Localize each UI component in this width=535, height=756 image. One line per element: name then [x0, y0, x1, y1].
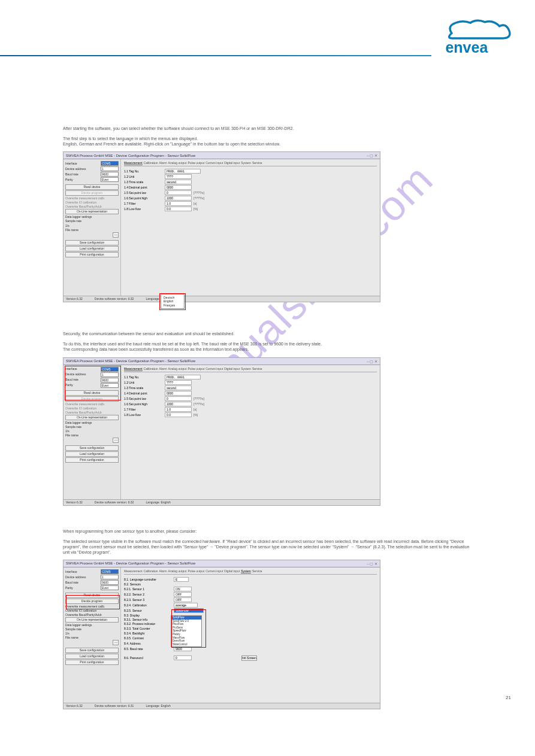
tab-analog-output[interactable]: Analog output	[168, 161, 187, 165]
chk-overwrite-baud[interactable]: Overwrite Baud/Parity/Addr.	[65, 411, 119, 414]
status-language[interactable]: Language:	[146, 297, 160, 301]
samplerate-select[interactable]: 1/s	[65, 429, 83, 433]
baudrate-select[interactable]: 9600	[101, 378, 119, 382]
setpointhigh-input[interactable]: 1000	[165, 196, 192, 201]
tab-alarm[interactable]: Alarm	[159, 569, 167, 573]
sensor3-select[interactable]: OFF	[174, 597, 192, 602]
parity-select[interactable]: Even	[101, 585, 119, 590]
tab-digital-input[interactable]: Digital input	[224, 161, 240, 165]
tab-service[interactable]: Service	[252, 161, 262, 165]
parity-select[interactable]: Even	[101, 177, 119, 182]
filename-browse-button[interactable]: ⋯	[113, 438, 119, 443]
status-language[interactable]: Language: English	[146, 500, 170, 505]
load-config-button[interactable]: Load configuration	[65, 654, 119, 659]
tab-measurement[interactable]: Measurement	[124, 569, 143, 573]
sensor1-select[interactable]: ON	[174, 587, 192, 591]
print-config-button[interactable]: Print configuration	[65, 660, 119, 665]
filename-browse-button[interactable]: ⋯	[113, 640, 119, 645]
setpointlow-input[interactable]: 0	[165, 190, 192, 195]
online-rep-button[interactable]: On-Line representation	[65, 415, 119, 420]
sys-baudrate-select[interactable]: 9600	[174, 646, 192, 651]
interface-select[interactable]: COM5	[101, 367, 119, 372]
device-address-select[interactable]: 1	[101, 372, 119, 377]
timescale-select[interactable]: second	[165, 180, 192, 184]
lang-fr[interactable]: Français	[164, 303, 182, 308]
tab-current-input[interactable]: Current input	[205, 367, 223, 371]
tab-pulse-output[interactable]: Pulse output	[188, 161, 204, 165]
print-config-button[interactable]: Print configuration	[65, 457, 119, 463]
setpointhigh-input[interactable]: 1000	[165, 402, 192, 406]
chk-overwrite-io[interactable]: Overwrite IO calibration	[65, 201, 119, 204]
save-config-button[interactable]: Save configuration	[65, 445, 119, 451]
parity-select[interactable]: Even	[101, 383, 119, 388]
tab-pulse-output[interactable]: Pulse output	[188, 569, 204, 573]
tab-service[interactable]: Service	[252, 367, 262, 371]
tab-measurement[interactable]: Measurement	[124, 161, 143, 165]
filter-input[interactable]: 1.0	[165, 201, 192, 206]
chk-overwrite-io[interactable]: Overwrite IO calibration	[65, 609, 119, 612]
load-config-button[interactable]: Load configuration	[65, 451, 119, 457]
device-program-button[interactable]: Device program	[65, 599, 119, 604]
tab-calibration[interactable]: Calibration	[144, 569, 158, 573]
samplerate-select[interactable]: 1/s	[65, 631, 83, 635]
window-buttons[interactable]: – ▢ ✕	[367, 153, 377, 157]
tab-analog-output[interactable]: Analog output	[168, 367, 187, 371]
unit-input[interactable]: ????	[165, 380, 192, 385]
tab-service[interactable]: Service	[252, 569, 262, 573]
decimalpoint-select[interactable]: 0000	[165, 185, 192, 190]
filename-input[interactable]	[65, 438, 111, 443]
read-device-button[interactable]: Read device	[65, 390, 119, 396]
baudrate-select[interactable]: 9600	[101, 580, 119, 585]
tab-calibration[interactable]: Calibration	[144, 161, 158, 165]
save-config-button[interactable]: Save configuration	[65, 648, 119, 653]
tab-current-input[interactable]: Current input	[205, 161, 223, 165]
init-screen-button[interactable]: Init Screen	[241, 655, 257, 661]
tab-system[interactable]: System	[241, 569, 251, 573]
read-device-button[interactable]: Read device	[65, 184, 119, 190]
load-config-button[interactable]: Load configuration	[65, 246, 119, 251]
filename-browse-button[interactable]: ⋯	[113, 232, 119, 238]
sensortype-dropdown[interactable]: SolidFlow SolidFlow 2.0 PicoFlow ProSens…	[171, 615, 202, 647]
read-device-button[interactable]: Read device	[65, 593, 119, 598]
sensor2-select[interactable]: OFF	[174, 592, 192, 597]
decimalpoint-select[interactable]: 0000	[165, 391, 192, 396]
tab-pulse-output[interactable]: Pulse output	[188, 367, 204, 371]
filename-input[interactable]	[65, 640, 111, 645]
tab-digital-input[interactable]: Digital input	[224, 367, 240, 371]
interface-select[interactable]: COM5	[101, 569, 119, 574]
tab-current-input[interactable]: Current input	[205, 569, 223, 573]
tab-alarm[interactable]: Alarm	[159, 367, 167, 371]
status-language[interactable]: Language: English	[146, 704, 170, 708]
online-rep-button[interactable]: On-Line representation	[65, 617, 119, 623]
tab-system[interactable]: System	[241, 367, 251, 371]
device-program-button[interactable]: Device program	[65, 190, 119, 196]
samplerate-select[interactable]: 1/s	[65, 224, 83, 227]
chk-overwrite-meas[interactable]: Overwrite measurement calib.	[65, 402, 119, 406]
tab-analog-output[interactable]: Analog output	[168, 569, 187, 573]
save-config-button[interactable]: Save configuration	[65, 240, 119, 245]
online-rep-button[interactable]: On-Line representation	[65, 209, 119, 214]
baudrate-select[interactable]: 9600	[101, 172, 119, 177]
lowflow-input[interactable]: 0.0	[165, 207, 192, 211]
chk-overwrite-baud[interactable]: Overwrite Baud/Parity/Addr.	[65, 613, 119, 617]
tagno-input[interactable]: PROD. 0001	[165, 169, 201, 174]
tab-digital-input[interactable]: Digital input	[224, 569, 240, 573]
password-input[interactable]: 0	[174, 655, 192, 660]
chk-overwrite-meas[interactable]: Overwrite measurement calib.	[65, 196, 119, 200]
calibration-select[interactable]: average	[174, 603, 198, 608]
device-address-select[interactable]: 1	[101, 575, 119, 579]
filter-input[interactable]: 1.0	[165, 407, 192, 412]
tab-alarm[interactable]: Alarm	[159, 161, 167, 165]
timescale-select[interactable]: second	[165, 385, 192, 390]
lowflow-input[interactable]: 0.0	[165, 412, 192, 417]
chk-overwrite-io[interactable]: Overwrite IO calibration	[65, 406, 119, 410]
window-buttons[interactable]: – ▢ ✕	[367, 359, 377, 363]
setpointlow-input[interactable]: 0	[165, 396, 192, 401]
device-address-select[interactable]: 1	[101, 166, 119, 171]
tab-measurement[interactable]: Measurement	[124, 367, 143, 371]
sensortype-select[interactable]: SolidFlow	[174, 608, 204, 613]
lang-controller-select[interactable]: E	[174, 577, 189, 582]
filename-input[interactable]	[65, 232, 111, 238]
tagno-input[interactable]: PROD. 0001	[165, 375, 201, 379]
chk-overwrite-meas[interactable]: Overwrite measurement calib.	[65, 605, 119, 608]
